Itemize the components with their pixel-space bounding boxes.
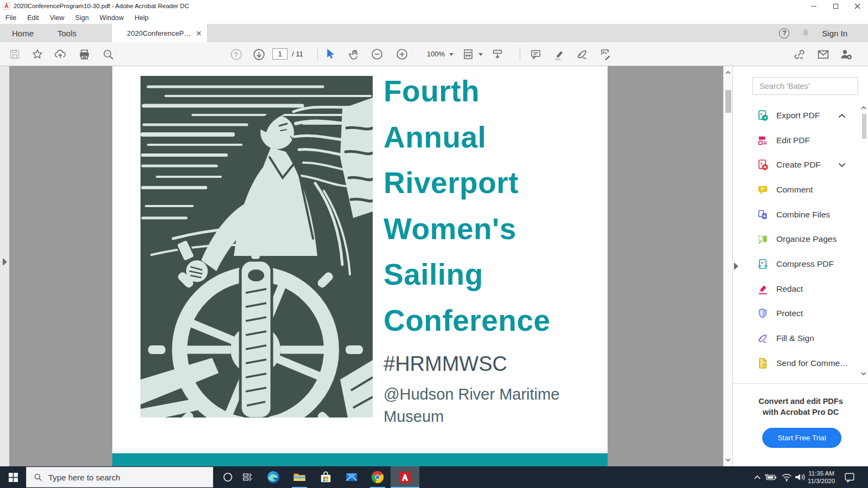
- tool-protect[interactable]: Protect: [733, 301, 860, 326]
- send-comments-icon: [757, 357, 769, 369]
- clock-date: 11/3/2020: [805, 477, 838, 485]
- windows-logo-icon: [9, 473, 18, 482]
- fill-sign-tool-button[interactable]: [574, 46, 590, 62]
- tool-compress-pdf[interactable]: Compress PDF: [733, 252, 860, 277]
- menu-help[interactable]: Help: [129, 12, 154, 24]
- tool-label: Compress PDF: [776, 259, 834, 269]
- minimize-icon: [811, 6, 816, 7]
- menu-window[interactable]: Window: [94, 12, 129, 24]
- taskbar-clock[interactable]: 11:35 AM 11/3/2020: [805, 466, 838, 488]
- tool-export-pdf[interactable]: Export PDF: [733, 103, 860, 128]
- action-center-button[interactable]: [841, 466, 858, 488]
- start-free-trial-button[interactable]: Start Free Trial: [762, 428, 841, 448]
- page-up-icon: [229, 48, 243, 61]
- tools-scroll-up-icon[interactable]: [860, 104, 867, 112]
- tool-comment[interactable]: Comment: [733, 177, 860, 202]
- tab-document[interactable]: 2020ConferencePr…: [111, 24, 208, 42]
- menu-view[interactable]: View: [44, 12, 70, 24]
- invite-person-button[interactable]: [838, 46, 854, 62]
- menu-edit[interactable]: Edit: [22, 12, 44, 24]
- promo-line2: with Acrobat Pro DC: [733, 407, 868, 418]
- fit-dropdown-icon[interactable]: [478, 53, 483, 56]
- promo-line1: Convert and edit PDFs: [733, 396, 868, 407]
- tab-tools[interactable]: Tools: [46, 24, 88, 42]
- toolbar-separator: [520, 48, 520, 61]
- edit-pdf-tool-button[interactable]: [597, 46, 613, 62]
- start-button[interactable]: [0, 466, 26, 488]
- hand-tool-button[interactable]: [346, 46, 362, 62]
- edit-page-icon: [598, 48, 611, 61]
- tools-scroll-down-icon[interactable]: [860, 370, 867, 377]
- battery-status-icon[interactable]: [764, 466, 778, 488]
- chrome-button[interactable]: [365, 466, 391, 488]
- help-icon[interactable]: ?: [779, 28, 789, 38]
- next-page-button[interactable]: [251, 46, 267, 62]
- tab-close-icon[interactable]: [196, 31, 201, 36]
- task-view-button[interactable]: [234, 466, 260, 488]
- wifi-status-icon[interactable]: [780, 466, 793, 488]
- page-number-input[interactable]: [272, 48, 288, 60]
- zoom-in-button[interactable]: [394, 46, 410, 62]
- tray-expand-button[interactable]: [752, 466, 763, 488]
- poster-accent-bar: [112, 453, 608, 466]
- adobe-reader-icon: [3, 2, 10, 10]
- tool-label: Redact: [776, 284, 803, 294]
- menu-file[interactable]: File: [0, 12, 22, 24]
- chrome-icon: [371, 470, 385, 484]
- menu-sign[interactable]: Sign: [70, 12, 94, 24]
- tool-edit-pdf[interactable]: Edit PDF: [733, 128, 860, 153]
- share-cloud-button[interactable]: [52, 46, 68, 62]
- tool-combine-files[interactable]: Combine Files: [733, 202, 860, 227]
- minimize-button[interactable]: [803, 0, 825, 12]
- scrolling-mode-button[interactable]: [489, 46, 506, 62]
- scrollbar-thumb[interactable]: [725, 90, 731, 113]
- zoom-dropdown-icon[interactable]: [449, 53, 454, 56]
- signature-pen-icon: [576, 48, 589, 61]
- maximize-button[interactable]: [825, 0, 846, 12]
- tool-label: Comment: [776, 185, 813, 195]
- email-button[interactable]: [815, 46, 831, 62]
- scroll-up-icon[interactable]: [725, 69, 731, 76]
- print-button[interactable]: [76, 46, 92, 62]
- microsoft-store-button[interactable]: [312, 466, 339, 488]
- zoom-level-value[interactable]: 100%: [422, 50, 445, 58]
- sign-in-button[interactable]: Sign In: [822, 29, 847, 38]
- taskbar-search[interactable]: [26, 467, 213, 487]
- file-explorer-button[interactable]: [286, 466, 312, 488]
- expand-left-pane-icon[interactable]: [3, 258, 7, 266]
- document-scrollbar[interactable]: [723, 66, 732, 466]
- highlight-tool-button[interactable]: [551, 46, 567, 62]
- tool-send-for-comments[interactable]: Send for Comme…: [733, 351, 860, 376]
- taskbar-search-input[interactable]: [48, 473, 195, 482]
- fill-sign-pen-icon: [757, 332, 769, 344]
- select-tool-button[interactable]: [323, 46, 340, 62]
- tools-search-input[interactable]: [752, 77, 858, 95]
- tool-create-pdf[interactable]: Create PDF: [733, 152, 860, 177]
- poster-handle-line: Museum: [384, 406, 559, 428]
- close-button[interactable]: [846, 0, 868, 12]
- tab-home[interactable]: Home: [0, 24, 46, 42]
- battery-charging-icon: [764, 472, 777, 482]
- tool-fill-sign[interactable]: Fill & Sign: [733, 326, 860, 351]
- printer-icon: [78, 48, 91, 61]
- mail-button[interactable]: [339, 466, 365, 488]
- star-button[interactable]: [29, 46, 46, 62]
- tools-scrollbar-thumb[interactable]: [862, 114, 866, 139]
- find-button[interactable]: [100, 46, 116, 62]
- zoom-out-button[interactable]: [369, 46, 385, 62]
- edge-button[interactable]: [260, 466, 286, 488]
- tool-label: Export PDF: [776, 111, 820, 120]
- acrobat-pro-promo: Convert and edit PDFs with Acrobat Pro D…: [733, 383, 868, 466]
- toolbar: / 11 100%: [0, 42, 868, 66]
- save-button[interactable]: [7, 46, 23, 62]
- share-link-button[interactable]: [791, 46, 807, 62]
- comment-tool-button[interactable]: [527, 46, 544, 62]
- tool-organize-pages[interactable]: Organize Pages: [733, 227, 860, 252]
- previous-page-button[interactable]: [228, 46, 244, 62]
- scroll-down-icon[interactable]: [725, 457, 731, 463]
- notifications-bell-icon[interactable]: [800, 28, 811, 38]
- acrobat-taskbar-button[interactable]: [391, 466, 419, 488]
- search-icon: [102, 48, 114, 61]
- fit-width-button[interactable]: [460, 46, 476, 62]
- tool-redact[interactable]: Redact: [733, 277, 860, 301]
